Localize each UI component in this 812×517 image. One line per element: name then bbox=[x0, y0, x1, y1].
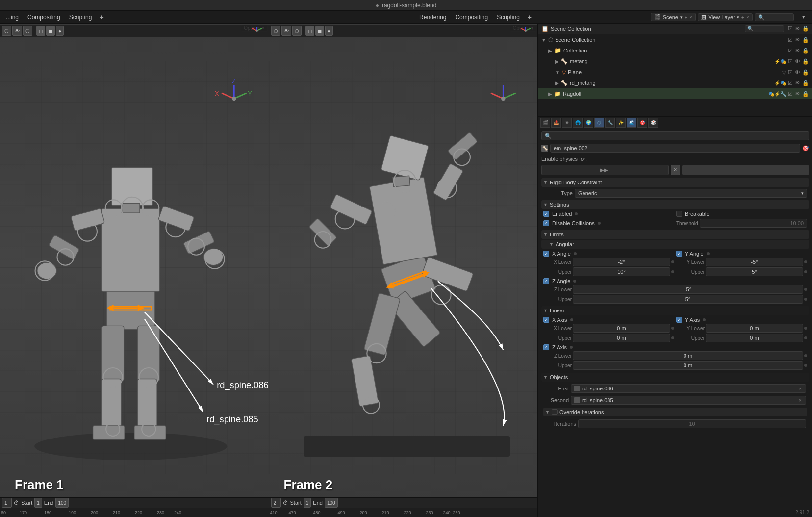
plane-cb2[interactable]: 👁 bbox=[795, 69, 800, 75]
ragdoll-cb1[interactable]: ☑ bbox=[788, 91, 793, 97]
second-obj-clear[interactable]: × bbox=[798, 397, 803, 403]
second-obj-field[interactable]: rd_spine.085 × bbox=[571, 396, 806, 405]
outliner-rd-metarig[interactable]: ▶ 🦴 rd_metarig ⚡🎭 ☑ 👁 🔒 bbox=[538, 78, 812, 88]
vp2-shading-render[interactable]: ● bbox=[325, 26, 333, 36]
prop-tab-modifier[interactable]: 🔧 bbox=[605, 118, 615, 128]
global-search[interactable] bbox=[755, 13, 794, 21]
breakable-checkbox[interactable] bbox=[676, 211, 682, 217]
first-obj-clear[interactable]: × bbox=[798, 386, 803, 391]
outliner-scene-collection[interactable]: ▼ ⬡ Scene Collection ☑ 👁 🔒 bbox=[538, 34, 812, 45]
y-axis-checkbox[interactable]: ✓ bbox=[676, 317, 682, 323]
x-axis-checkbox[interactable]: ✓ bbox=[543, 317, 549, 323]
viewport-2[interactable]: Options ▾ ⬡ 👁 ⬡ ◻ ◼ ● bbox=[269, 24, 538, 517]
ragdoll-cb3[interactable]: 🔒 bbox=[802, 91, 809, 97]
menu-add-workspace-l[interactable]: + bbox=[97, 12, 106, 22]
meta-cb1[interactable]: ☑ bbox=[788, 58, 793, 65]
x-lower-value[interactable]: -2° bbox=[573, 258, 670, 266]
vp1-view-btn[interactable]: 👁 bbox=[12, 26, 22, 36]
x-upper-value[interactable]: 10° bbox=[573, 267, 670, 276]
filter-icon[interactable]: ≡ ▾ bbox=[796, 13, 807, 21]
force-field-btn[interactable]: ▶▶ bbox=[541, 165, 669, 175]
z-upper-value[interactable]: 5° bbox=[573, 295, 803, 304]
plane-cb1[interactable]: ☑ bbox=[788, 69, 793, 76]
menu-item-scripting-r[interactable]: Scripting bbox=[493, 13, 524, 22]
prop-tab-data[interactable]: 🎲 bbox=[648, 118, 658, 128]
linear-header[interactable]: ▼ Linear bbox=[541, 306, 809, 315]
outliner-ragdoll[interactable]: ▶ 📁 Ragdoll 🎭⚡🔧 ☑ 👁 🔒 bbox=[538, 88, 812, 99]
ylin-upper-value[interactable]: 0 m bbox=[706, 334, 803, 342]
prop-tab-object[interactable]: ⬡ bbox=[594, 118, 604, 128]
iterations-value[interactable]: 10 bbox=[578, 419, 806, 428]
xlin-lower-value[interactable]: 0 m bbox=[573, 324, 670, 333]
outliner-collection[interactable]: ▶ 📁 Collection ☑ 👁 🔒 bbox=[538, 45, 812, 56]
sc-cb3[interactable]: 🔒 bbox=[802, 37, 809, 43]
col-cb3[interactable]: 🔒 bbox=[802, 48, 809, 54]
sc-cb1[interactable]: ☑ bbox=[788, 37, 793, 43]
viewport2-ruler[interactable]: 410 470 480 490 200 210 220 230 240 250 bbox=[269, 508, 538, 517]
outliner-plane[interactable]: ▼ ▽ Plane ▽ ☑ 👁 🔒 bbox=[538, 67, 812, 78]
viewport1-ruler[interactable]: 60 170 180 190 200 210 220 230 240 bbox=[0, 508, 269, 517]
prop-tab-output[interactable]: 📤 bbox=[551, 118, 561, 128]
prop-tab-particles[interactable]: ✨ bbox=[616, 118, 626, 128]
menu-add-workspace-r[interactable]: + bbox=[525, 12, 534, 22]
outliner-metarig[interactable]: ▶ 🦴 metarig ⚡🎭 ☑ 👁 🔒 bbox=[538, 56, 812, 67]
rdm-cb1[interactable]: ☑ bbox=[788, 80, 793, 86]
y-lower-value[interactable]: -5° bbox=[706, 258, 803, 266]
first-obj-field[interactable]: rd_spine.086 × bbox=[571, 384, 806, 393]
scene-remove-icon[interactable]: × bbox=[689, 15, 692, 20]
menu-item-rendering-r[interactable]: Rendering bbox=[415, 13, 450, 22]
override-iterations-header[interactable]: ▼ Override Iterations bbox=[543, 408, 807, 416]
vp1-shading-solid[interactable]: ◼ bbox=[46, 26, 55, 36]
vp2-end-val[interactable]: 100 bbox=[325, 498, 338, 508]
prop-tab-physics[interactable]: 🌊 bbox=[627, 118, 636, 128]
vp2-start-val[interactable]: 1 bbox=[304, 498, 311, 508]
xlin-upper-value[interactable]: 0 m bbox=[573, 334, 670, 342]
zlin-upper-value[interactable]: 0 m bbox=[573, 361, 803, 370]
viewport-1[interactable]: Options ▾ ⬡ 👁 ⬡ ◻ ◼ ● bbox=[0, 24, 269, 517]
threshold-value[interactable]: 10.00 bbox=[700, 219, 807, 228]
menu-item-compositing-l[interactable]: Compositing bbox=[24, 13, 64, 22]
meta-cb3[interactable]: 🔒 bbox=[802, 58, 809, 65]
prop-tab-view[interactable]: 👁 bbox=[562, 118, 572, 128]
object-name-field[interactable]: em_spine.002 bbox=[550, 144, 800, 153]
view-layer-add-icon[interactable]: + bbox=[741, 14, 744, 20]
x-angle-checkbox[interactable]: ✓ bbox=[543, 251, 549, 257]
scene-add-icon[interactable]: + bbox=[685, 14, 687, 20]
z-angle-checkbox[interactable]: ✓ bbox=[543, 278, 549, 284]
vp2-mode-btn[interactable]: ⬡ bbox=[271, 26, 280, 36]
rdm-cb2[interactable]: 👁 bbox=[795, 80, 800, 86]
rigid-body-constraint-btn[interactable] bbox=[682, 165, 810, 175]
view-layer-remove-icon[interactable]: × bbox=[746, 15, 749, 20]
prop-tab-world[interactable]: 🌍 bbox=[584, 118, 593, 128]
view-layer-selector[interactable]: 🖼 View Layer ▾ + × bbox=[698, 13, 753, 21]
plane-cb3[interactable]: 🔒 bbox=[802, 69, 809, 76]
outliner-checkbox3[interactable]: 🔒 bbox=[802, 26, 809, 32]
angular-header[interactable]: ▼ Angular bbox=[541, 240, 809, 249]
meta-cb2[interactable]: 👁 bbox=[795, 58, 800, 64]
menu-item-scripting-l[interactable]: Scripting bbox=[65, 13, 96, 22]
col-cb2[interactable]: 👁 bbox=[795, 48, 800, 53]
rdm-cb3[interactable]: 🔒 bbox=[802, 80, 809, 86]
vp1-shading-render[interactable]: ● bbox=[56, 26, 64, 36]
vp1-mode-btn[interactable]: ⬡ bbox=[2, 26, 11, 36]
sc-cb2[interactable]: 👁 bbox=[795, 37, 800, 43]
vp2-shading-solid[interactable]: ◼ bbox=[315, 26, 324, 36]
disable-collisions-checkbox[interactable]: ✓ bbox=[543, 220, 549, 226]
enabled-checkbox[interactable]: ✓ bbox=[543, 211, 549, 217]
prop-tab-scene[interactable]: 🌐 bbox=[573, 118, 583, 128]
outliner-checkbox1[interactable]: ☑ bbox=[788, 26, 793, 32]
vp1-overlay-btn[interactable]: ⬡ bbox=[23, 26, 32, 36]
scene-selector[interactable]: 🎬 Scene ▾ + × bbox=[651, 13, 696, 21]
vp2-overlay-btn[interactable]: ⬡ bbox=[292, 26, 302, 36]
prop-tab-constraints[interactable]: 🎯 bbox=[637, 118, 647, 128]
rigid-body-close-btn[interactable]: × bbox=[671, 165, 680, 175]
override-checkbox[interactable] bbox=[552, 409, 558, 415]
zlin-lower-value[interactable]: 0 m bbox=[573, 351, 803, 360]
outliner-checkbox2[interactable]: 👁 bbox=[795, 26, 800, 32]
settings-header[interactable]: ▼ Settings bbox=[541, 200, 809, 209]
vp2-frame-num[interactable]: 2 bbox=[271, 498, 281, 508]
vp2-shading-wire[interactable]: ◻ bbox=[305, 26, 314, 36]
z-lower-value[interactable]: -5° bbox=[573, 285, 803, 294]
y-upper-value[interactable]: 5° bbox=[706, 267, 803, 276]
menu-item-compositing-r[interactable]: Compositing bbox=[451, 13, 492, 22]
